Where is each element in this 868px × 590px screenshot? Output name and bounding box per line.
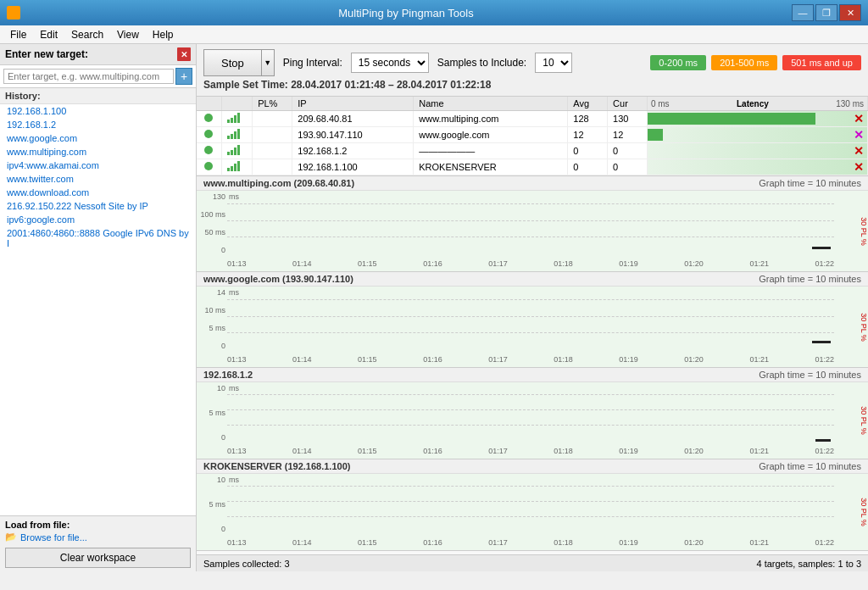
close-button[interactable]: ✕ xyxy=(839,4,861,21)
status-cell xyxy=(197,111,221,127)
graph-y-labels: 14 10 ms 5 ms 0 xyxy=(197,287,227,352)
x-label: 01:14 xyxy=(292,259,312,268)
name-cell: —————— xyxy=(414,143,568,159)
menu-search[interactable]: Search xyxy=(64,27,110,42)
stop-dropdown-arrow[interactable]: ▼ xyxy=(261,49,275,76)
history-item[interactable]: ipv4:www.akamai.com xyxy=(0,159,196,172)
ping-interval-label: Ping Interval: xyxy=(283,57,342,69)
x-label: 01:22 xyxy=(815,447,834,455)
history-item[interactable]: 2001:4860:4860::8888 Google IPv6 DNS by … xyxy=(0,226,196,250)
history-item[interactable]: ipv6:google.com xyxy=(0,213,196,226)
y-zero: 0 xyxy=(198,433,225,442)
samples-select[interactable]: 10 5 20 xyxy=(535,53,572,73)
minimize-button[interactable]: — xyxy=(792,4,814,21)
cur-cell: 0 xyxy=(608,159,648,175)
x-label: 01:15 xyxy=(358,355,377,364)
x-label: 01:13 xyxy=(227,447,247,455)
folder-icon: 📂 xyxy=(5,532,17,543)
history-item[interactable]: www.twitter.com xyxy=(0,172,196,186)
title-bar: MultiPing by Pingman Tools — ❐ ✕ xyxy=(0,0,868,25)
table-row[interactable]: 192.168.1.2 —————— 0 0 ✕ xyxy=(197,143,868,159)
name-cell: www.google.com xyxy=(414,127,568,143)
table-row[interactable]: 209.68.40.81 www.multiping.com 128 130 ✕ xyxy=(197,111,868,127)
history-item[interactable]: 192.168.1.100 xyxy=(0,104,196,118)
th-latency: 0 ms Latency 130 ms xyxy=(647,97,867,111)
ip-cell: 209.68.40.81 xyxy=(292,111,414,127)
x-label: 01:17 xyxy=(488,447,508,455)
latency-cell: ✕ xyxy=(647,143,867,159)
history-item[interactable]: www.google.com xyxy=(0,131,196,145)
pl-label: 30 PL % xyxy=(836,498,868,526)
y-zero: 0 xyxy=(198,525,225,533)
toolbar-row1: Stop ▼ Ping Interval: 15 seconds 5 secon… xyxy=(203,49,861,76)
status-dot xyxy=(204,146,213,154)
graph-panel: 192.168.1.2 Graph time = 10 minutes 10 5… xyxy=(197,368,868,459)
graph-time: Graph time = 10 minutes xyxy=(759,274,861,284)
history-item[interactable]: www.download.com xyxy=(0,186,196,199)
graph-title-row: www.google.com (193.90.147.110) Graph ti… xyxy=(197,272,868,287)
menu-edit[interactable]: Edit xyxy=(33,27,64,42)
graph-body: 10 5 ms 0 ms 01:1301:1401:1501:1601:1701… xyxy=(197,382,868,459)
graph-x-labels: 01:1301:1401:1501:1601:1701:1801:1901:20… xyxy=(227,535,834,550)
stop-button[interactable]: Stop xyxy=(203,49,261,76)
table-row[interactable]: 192.168.1.100 KROKENSERVER 0 0 ✕ xyxy=(197,159,868,175)
x-label: 01:20 xyxy=(684,355,704,364)
history-item[interactable]: 192.168.1.2 xyxy=(0,118,196,131)
x-label: 01:15 xyxy=(358,259,377,268)
status-dot xyxy=(204,162,213,170)
graph-panel: www.google.com (193.90.147.110) Graph ti… xyxy=(197,272,868,368)
y-mid1: 5 ms xyxy=(198,500,225,509)
x-label: 01:19 xyxy=(619,447,638,455)
graph-x-labels: 01:1301:1401:1501:1601:1701:1801:1901:20… xyxy=(227,352,834,367)
latency-cell: ✕ xyxy=(647,127,867,143)
graph-line-area xyxy=(227,474,834,535)
x-label: 01:20 xyxy=(684,259,704,268)
graph-title: 192.168.1.2 xyxy=(203,370,253,380)
history-item[interactable]: 216.92.150.222 Nessoft Site by IP xyxy=(0,199,196,213)
name-cell: KROKENSERVER xyxy=(414,159,568,175)
sidebar: Enter new target: ✕ + History: 192.168.1… xyxy=(0,44,197,571)
x-label: 01:17 xyxy=(488,355,508,364)
graph-x-labels: 01:1301:1401:1501:1601:1701:1801:1901:20… xyxy=(227,256,834,271)
x-label: 01:18 xyxy=(554,355,573,364)
bar-cell xyxy=(221,159,252,175)
table-row[interactable]: 193.90.147.110 www.google.com 12 12 ✕ xyxy=(197,127,868,143)
name-cell: www.multiping.com xyxy=(414,111,568,127)
x-label: 01:21 xyxy=(749,259,769,268)
target-input[interactable] xyxy=(3,69,174,84)
x-label: 01:17 xyxy=(488,538,508,547)
sidebar-close-btn[interactable]: ✕ xyxy=(177,47,191,61)
content-area: Stop ▼ Ping Interval: 15 seconds 5 secon… xyxy=(197,44,868,571)
th-cur: Cur xyxy=(608,97,648,111)
browse-link[interactable]: 📂 Browse for file... xyxy=(5,532,191,543)
avg-cell: 0 xyxy=(568,159,608,175)
menu-file[interactable]: File xyxy=(3,27,33,42)
stop-button-wrap: Stop ▼ xyxy=(203,49,275,76)
history-item[interactable]: www.multiping.com xyxy=(0,145,196,159)
x-label: 01:16 xyxy=(423,447,442,455)
latency-cell: ✕ xyxy=(647,159,867,175)
ping-interval-select[interactable]: 15 seconds 5 seconds 10 seconds 30 secon… xyxy=(351,53,429,73)
x-label: 01:21 xyxy=(749,355,769,364)
bar-cell xyxy=(221,143,252,159)
targets-table: PL% IP Name Avg Cur 0 ms Latency 130 ms xyxy=(197,97,868,175)
x-label: 01:19 xyxy=(619,538,638,547)
targets-info: 4 targets, samples: 1 to 3 xyxy=(756,559,861,569)
th-pl: PL% xyxy=(253,97,292,111)
clear-workspace-button[interactable]: Clear workspace xyxy=(5,548,191,568)
graph-panel: www.multiping.com (209.68.40.81) Graph t… xyxy=(197,176,868,272)
y-mid2: 50 ms xyxy=(198,228,225,237)
pl-cell xyxy=(253,159,292,175)
graph-y-labels: 10 5 ms 0 xyxy=(197,474,227,535)
sample-set-time: Sample Set Time: 28.04.2017 01:21:48 – 2… xyxy=(203,79,861,91)
graph-line-area xyxy=(227,191,834,256)
graph-line-area xyxy=(227,287,834,352)
ip-cell: 192.168.1.100 xyxy=(292,159,414,175)
menu-view[interactable]: View xyxy=(110,27,146,42)
pl-cell xyxy=(253,143,292,159)
th-bar xyxy=(221,97,252,111)
signal-bars xyxy=(227,161,240,171)
add-target-button[interactable]: + xyxy=(175,68,192,85)
restore-button[interactable]: ❐ xyxy=(815,4,837,21)
menu-help[interactable]: Help xyxy=(146,27,181,42)
